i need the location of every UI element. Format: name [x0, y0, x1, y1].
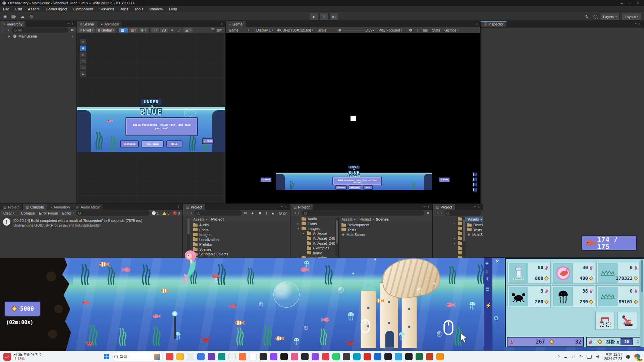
menu-item[interactable]: Jobs	[117, 7, 131, 11]
panel-menu-icon[interactable]: ⋮	[71, 21, 74, 25]
shading-dropdown[interactable]: ◌▾	[151, 28, 159, 33]
project-tab[interactable]: ▤Project	[433, 204, 455, 210]
tree-item[interactable]: ▸	[433, 241, 465, 246]
asset-item[interactable]: MainScene	[341, 232, 430, 237]
help-button[interactable]: Help	[363, 185, 373, 190]
panel-menu-icon[interactable]: ⋮	[427, 204, 430, 208]
create-button[interactable]: ＋▾	[434, 210, 443, 216]
animator-tab[interactable]: ➤Animator	[97, 21, 122, 27]
label-icon[interactable]: ⚑	[257, 211, 263, 216]
tree-item[interactable]	[433, 255, 465, 258]
sidebar-gem-icon[interactable]: ◈	[485, 260, 489, 265]
copilot-icon[interactable]: PRE	[634, 353, 641, 360]
scale-slider-track[interactable]	[336, 30, 369, 31]
info-count[interactable]: !1	[151, 211, 160, 215]
play-focused-dropdown[interactable]: Play Focused▾	[377, 28, 404, 33]
hierarchy-tab[interactable]: ≡Hierarchy	[0, 21, 26, 27]
picker-icon[interactable]: ⧉	[69, 27, 75, 33]
cloud-icon[interactable]: ☁	[19, 13, 26, 20]
tree-item[interactable]: ▸ ArtAsset	[290, 231, 338, 236]
resource-card[interactable]: 0 178322	[596, 262, 640, 284]
taskbar-app-icon[interactable]	[364, 353, 371, 360]
console-search-input[interactable]	[82, 211, 148, 215]
resource-card[interactable]: 80 800	[507, 262, 551, 284]
menu-item[interactable]: File	[0, 7, 12, 11]
taskbar-app-icon[interactable]	[260, 353, 267, 360]
weather-stock-widget[interactable]: FTSE 코리아 지수-1.18%	[0, 351, 45, 362]
sidebar-gear-icon[interactable]: ⚙	[493, 314, 499, 322]
tree-item[interactable]	[433, 231, 465, 236]
resource-card[interactable]: 3 260	[507, 285, 551, 307]
tree-item[interactable]: ArtAsset_240	[290, 236, 338, 241]
sidebar-lightning-icon[interactable]: ⚡	[485, 302, 492, 308]
grid-visual-dropdown[interactable]: ▦▾	[216, 28, 222, 32]
taskbar-app-icon[interactable]	[228, 353, 236, 360]
taskbar-app-icon[interactable]	[249, 353, 257, 360]
taskbar-app-icon[interactable]	[270, 353, 277, 360]
breadcrumb[interactable]: Assets▸_Project	[191, 217, 290, 222]
resource-card[interactable]: 30 400	[552, 262, 595, 284]
folder-item[interactable]: Scenes	[193, 247, 288, 252]
tree-item[interactable]: Examples	[290, 246, 338, 251]
notifications-icon[interactable]	[626, 355, 630, 358]
menu-item[interactable]: Window	[146, 7, 166, 11]
console-log-entry[interactable]: ! [00:20:14] Build completed with a resu…	[0, 217, 182, 229]
panel-menu-icon[interactable]: ⋮	[472, 21, 480, 27]
tree-item[interactable]: ArtAsset_240	[290, 241, 338, 246]
taskbar-app-icon[interactable]	[176, 353, 184, 360]
asset-item[interactable]: Development	[341, 223, 430, 228]
tray-overflow-chevron[interactable]: ^	[558, 355, 559, 359]
continue-button[interactable]: Continue	[120, 140, 139, 147]
taskbar-app-icon[interactable]	[353, 353, 361, 360]
alert-icon[interactable]: !	[264, 211, 269, 216]
taskbar-search[interactable]: 검색	[112, 352, 163, 361]
services-icon[interactable]: ◎	[28, 13, 35, 20]
folder-item[interactable]: Fonts	[193, 228, 288, 233]
asset-item[interactable]: Development	[467, 223, 483, 228]
stats-toggle[interactable]: Stats	[430, 28, 442, 33]
tree-item[interactable]	[433, 226, 465, 231]
tree-item[interactable]: Audio	[290, 217, 338, 222]
project-tab[interactable]: ▤Project	[183, 204, 206, 210]
lock-icon[interactable]: ⌐	[281, 204, 283, 208]
grid-snap-dropdown[interactable]: ▦▾	[119, 28, 128, 33]
play-button[interactable]: ▶	[309, 13, 319, 20]
taskbar-app-icon[interactable]	[301, 353, 309, 360]
menu-item[interactable]: Help	[166, 7, 180, 11]
resource-card[interactable]: 0 89161	[596, 285, 640, 307]
menu-item[interactable]: Services	[96, 7, 117, 11]
collapse-button[interactable]: Collapse	[19, 211, 37, 216]
resource-scrollbar[interactable]	[640, 259, 643, 347]
favorites-icon[interactable]: ★	[270, 211, 276, 216]
account-icon[interactable]: ◉	[1, 13, 9, 20]
device-input-icon[interactable]: ⌨	[421, 28, 429, 33]
display-dropdown[interactable]: Display 1▾	[255, 28, 275, 33]
project-search[interactable]	[195, 210, 241, 216]
lock-icon[interactable]: ⌐	[474, 204, 476, 208]
pivot-dropdown[interactable]: ⌖ Pivot▾	[78, 27, 95, 33]
stepper-down-icon[interactable]: ▼	[637, 342, 639, 344]
ime-ga-indicator[interactable]: 가	[571, 354, 575, 359]
audio-toggle-icon[interactable]: ♫	[176, 28, 182, 33]
taskbar-app-icon[interactable]	[426, 353, 433, 360]
project-tab[interactable]: ▤Project	[0, 204, 23, 210]
folder-item[interactable]: Localization	[193, 237, 288, 242]
taskbar-app-icon[interactable]	[208, 353, 215, 360]
taskbar-app-icon[interactable]	[374, 353, 381, 360]
project-search-input[interactable]	[308, 211, 422, 215]
2d-toggle[interactable]: 2D	[160, 28, 168, 33]
ime-han-indicator[interactable]: 한	[579, 354, 583, 359]
tree-item[interactable]	[433, 246, 465, 251]
onedrive-icon[interactable]: ☁	[564, 355, 567, 359]
tree-item[interactable]: ▸ Localization	[290, 255, 338, 258]
effects-dropdown[interactable]: ☁▾	[183, 28, 193, 33]
mute-audio-icon[interactable]: ♪	[415, 28, 420, 33]
tree-item[interactable]: ▸ Fonts	[290, 222, 338, 227]
asset-item[interactable]: MainScene	[467, 232, 483, 237]
picker-icon[interactable]: ⧉	[425, 210, 431, 216]
swap-button[interactable]	[595, 312, 615, 330]
taskbar-app-icon[interactable]	[384, 353, 392, 360]
resolution-dropdown[interactable]: 4K UHD (3840x2160)▾	[276, 28, 315, 33]
taskbar-app-icon[interactable]	[312, 353, 319, 360]
lock-icon[interactable]: ⌐	[68, 21, 70, 25]
